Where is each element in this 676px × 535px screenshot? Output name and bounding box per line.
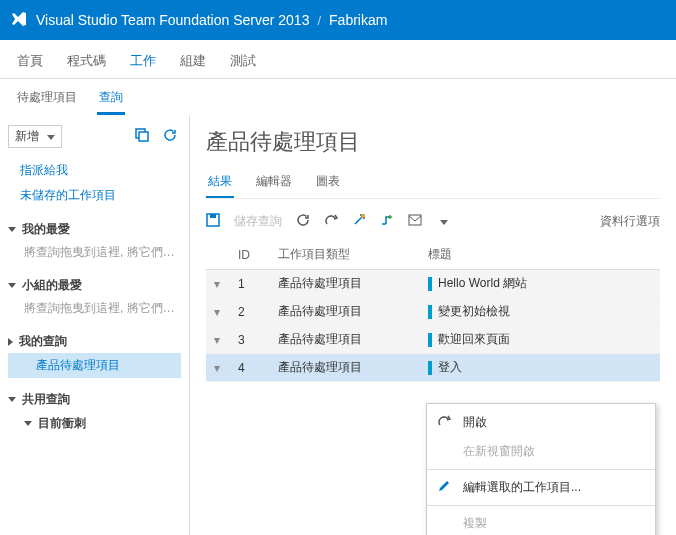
type-bar-icon <box>428 333 432 347</box>
refresh-icon[interactable] <box>159 126 181 147</box>
page-title: 產品待處理項目 <box>206 127 660 157</box>
tab-code[interactable]: 程式碼 <box>65 48 108 78</box>
tab-test[interactable]: 測試 <box>228 48 258 78</box>
link-assigned-to-me[interactable]: 指派給我 <box>8 158 181 183</box>
results-grid: ID 工作項目類型 標題 ▾ 1 產品待處理項目 Hello World 網站 … <box>206 240 660 382</box>
section-my-queries[interactable]: 我的查詢 <box>8 330 181 353</box>
menu-divider <box>427 469 655 470</box>
link-item-icon[interactable] <box>380 213 394 230</box>
add-button[interactable]: 新增 <box>8 125 62 148</box>
app-title: Visual Studio Team Foundation Server 201… <box>36 12 309 28</box>
tree-item-current-sprint[interactable]: 目前衝刺 <box>8 411 181 436</box>
section-my-favorites[interactable]: 我的最愛 <box>8 218 181 241</box>
svg-rect-5 <box>409 215 421 225</box>
open-icon <box>437 414 451 431</box>
email-dropdown-icon[interactable] <box>436 215 448 229</box>
menu-divider <box>427 505 655 506</box>
table-row[interactable]: ▾ 3 產品待處理項目 歡迎回來頁面 <box>206 326 660 354</box>
view-tab-editor[interactable]: 編輯器 <box>254 169 294 198</box>
subtab-backlog[interactable]: 待處理項目 <box>15 85 79 115</box>
col-id[interactable]: ID <box>230 240 270 270</box>
expand-icon[interactable]: ▾ <box>206 270 230 298</box>
main-content: 產品待處理項目 結果 編輯器 圖表 儲存查詢 <box>190 115 676 535</box>
breadcrumb-separator: / <box>317 13 321 28</box>
email-icon[interactable] <box>408 214 422 229</box>
table-row[interactable]: ▾ 1 產品待處理項目 Hello World 網站 <box>206 270 660 298</box>
menu-open-new-window: 在新視窗開啟 <box>427 437 655 466</box>
table-row[interactable]: ▾ 2 產品待處理項目 變更初始檢視 <box>206 298 660 326</box>
app-header: Visual Studio Team Foundation Server 201… <box>0 0 676 40</box>
table-row[interactable]: ▾ 4 產品待處理項目 登入 <box>206 354 660 382</box>
tab-home[interactable]: 首頁 <box>15 48 45 78</box>
type-bar-icon <box>428 277 432 291</box>
project-name[interactable]: Fabrikam <box>329 12 387 28</box>
view-tab-results[interactable]: 結果 <box>206 169 234 198</box>
tab-build[interactable]: 組建 <box>178 48 208 78</box>
chevron-down-icon <box>43 130 55 144</box>
svg-rect-3 <box>210 214 216 218</box>
team-fav-hint: 將查詢拖曳到這裡, 將它們加入... <box>8 297 181 320</box>
menu-open[interactable]: 開啟 <box>427 408 655 437</box>
expand-icon[interactable]: ▾ <box>206 354 230 382</box>
svg-point-4 <box>361 214 365 218</box>
vs-logo-icon <box>10 10 28 31</box>
save-query-icon[interactable] <box>206 213 220 230</box>
save-query-label: 儲存查詢 <box>234 213 282 230</box>
expand-icon[interactable]: ▾ <box>206 326 230 354</box>
expand-icon[interactable]: ▾ <box>206 298 230 326</box>
menu-copy: 複製 <box>427 509 655 535</box>
subtab-queries[interactable]: 查詢 <box>97 85 125 115</box>
col-title[interactable]: 標題 <box>420 240 660 270</box>
svg-rect-1 <box>139 132 148 141</box>
sub-tabs: 待處理項目 查詢 <box>0 79 676 115</box>
edit-icon <box>437 479 451 496</box>
refresh-query-icon[interactable] <box>296 213 310 230</box>
view-tab-charts[interactable]: 圖表 <box>314 169 342 198</box>
run-query-icon[interactable] <box>324 213 338 230</box>
col-type[interactable]: 工作項目類型 <box>270 240 420 270</box>
context-menu: 開啟 在新視窗開啟 編輯選取的工作項目... 複製 複製成 HTML 以電子郵件… <box>426 403 656 535</box>
menu-edit-selected[interactable]: 編輯選取的工作項目... <box>427 473 655 502</box>
save-all-icon[interactable] <box>131 126 153 147</box>
new-item-icon[interactable] <box>352 213 366 230</box>
type-bar-icon <box>428 361 432 375</box>
type-bar-icon <box>428 305 432 319</box>
section-shared-queries[interactable]: 共用查詢 <box>8 388 181 411</box>
column-options-link[interactable]: 資料行選項 <box>600 213 660 230</box>
toolbar: 儲存查詢 資料行選項 <box>206 207 660 240</box>
view-tabs: 結果 編輯器 圖表 <box>206 169 660 199</box>
sidebar: 新增 指派給我 未儲存的工作項目 我的最愛 將查詢拖曳到這裡, 將它們加入...… <box>0 115 190 535</box>
tab-work[interactable]: 工作 <box>128 48 158 78</box>
section-team-favorites[interactable]: 小組的最愛 <box>8 274 181 297</box>
tree-item-product-backlog[interactable]: 產品待處理項目 <box>8 353 181 378</box>
main-tabs: 首頁 程式碼 工作 組建 測試 <box>0 40 676 79</box>
favorites-hint: 將查詢拖曳到這裡, 將它們加入... <box>8 241 181 264</box>
col-expand <box>206 240 230 270</box>
link-unsaved-items[interactable]: 未儲存的工作項目 <box>8 183 181 208</box>
